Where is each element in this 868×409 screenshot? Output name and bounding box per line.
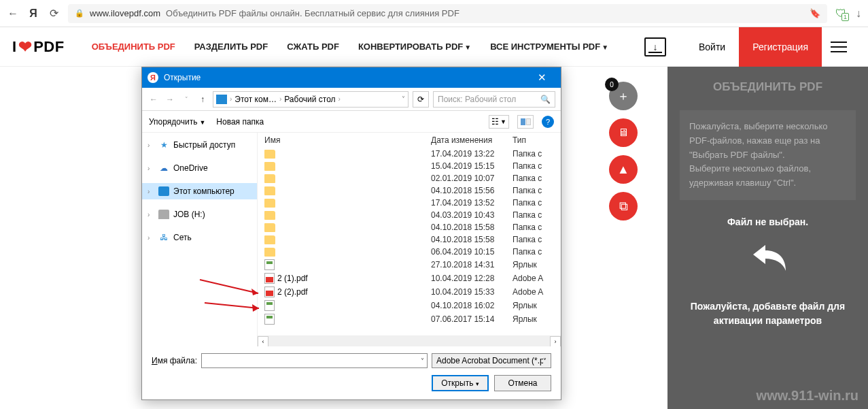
file-type: Adobe A bbox=[513, 274, 554, 283]
network-icon: 🖧 bbox=[158, 233, 169, 242]
yandex-icon[interactable]: Я bbox=[27, 7, 39, 20]
sidebar-this-pc[interactable]: ›Этот компьютер bbox=[142, 183, 257, 199]
help-icon[interactable]: ? bbox=[542, 116, 554, 128]
chevron-down-icon: ˅ bbox=[402, 95, 405, 103]
filename-input[interactable]: ˅ bbox=[201, 353, 428, 368]
file-date: 04.10.2018 16:02 bbox=[431, 301, 513, 310]
file-row[interactable]: 04.10.2018 15:58Папка с bbox=[258, 233, 561, 246]
file-row[interactable]: 27.10.2018 14:31Ярлык bbox=[258, 258, 561, 272]
site-logo[interactable]: I ❤ PDF bbox=[12, 37, 65, 56]
menu-icon[interactable] bbox=[822, 27, 856, 67]
file-date: 06.04.2019 10:15 bbox=[431, 247, 513, 257]
sidebar-quick-access[interactable]: ›★Быстрый доступ bbox=[142, 137, 257, 153]
folder-icon bbox=[264, 174, 275, 183]
register-button[interactable]: Регистрация bbox=[739, 27, 822, 67]
site-header: I ❤ PDF ОБЪЕДИНИТЬ PDF РАЗДЕЛИТЬ PDF СЖА… bbox=[0, 27, 868, 67]
cancel-button[interactable]: Отмена bbox=[494, 375, 551, 391]
heart-icon: ❤ bbox=[18, 37, 33, 56]
file-row[interactable]: 15.04.2019 15:15Папка с bbox=[258, 160, 561, 172]
file-type: Папка с bbox=[513, 223, 554, 232]
lock-icon: 🔒 bbox=[75, 9, 84, 18]
file-list-header[interactable]: Имя Дата изменения Тип bbox=[258, 133, 561, 148]
shield-icon[interactable]: 🛡1 bbox=[835, 7, 846, 20]
file-type: Папка с bbox=[513, 210, 554, 220]
nav-split[interactable]: РАЗДЕЛИТЬ PDF bbox=[194, 42, 268, 52]
folder-icon bbox=[264, 199, 275, 208]
file-row[interactable]: 2 (1).pdf10.04.2019 12:28Adobe A bbox=[258, 272, 561, 285]
file-date: 17.04.2019 13:22 bbox=[431, 149, 513, 159]
url-host: www.ilovepdf.com bbox=[90, 8, 160, 18]
nav-convert[interactable]: КОНВЕРТИРОВАТЬ PDF▼ bbox=[358, 42, 471, 52]
shortcut-icon bbox=[264, 300, 275, 311]
new-folder-button[interactable]: Новая папка bbox=[216, 117, 264, 127]
file-name: 2 (1).pdf bbox=[277, 274, 308, 283]
file-type: Ярлык bbox=[513, 301, 554, 310]
file-row[interactable]: 17.04.2019 13:52Папка с bbox=[258, 197, 561, 209]
pc-icon bbox=[216, 95, 227, 104]
file-row[interactable]: 02.01.2019 10:07Папка с bbox=[258, 172, 561, 184]
dialog-nav-row: ← → ˅ ↑ › Этот ком… › Рабочий стол › ˅ ⟳… bbox=[142, 88, 561, 111]
sidebar-network[interactable]: ›🖧Сеть bbox=[142, 229, 257, 246]
file-type: Adobe A bbox=[513, 287, 554, 297]
file-type: Ярлык bbox=[513, 260, 554, 269]
file-row[interactable]: 04.10.2018 15:56Папка с bbox=[258, 184, 561, 197]
file-type-filter[interactable]: Adobe Acrobat Document (*.p…˅ bbox=[432, 353, 551, 368]
nav-forward-icon[interactable]: → bbox=[164, 95, 176, 104]
folder-icon bbox=[264, 211, 275, 220]
dialog-title-bar: Я Открытие ✕ bbox=[142, 67, 561, 88]
file-row[interactable]: 06.04.2019 10:15Папка с bbox=[258, 246, 561, 258]
file-row[interactable]: 04.10.2018 15:58Папка с bbox=[258, 221, 561, 233]
dialog-search-input[interactable]: Поиск: Рабочий стол 🔍 bbox=[433, 91, 555, 108]
file-row[interactable]: 17.04.2019 13:22Папка с bbox=[258, 148, 561, 160]
horizontal-scrollbar[interactable]: ‹ › bbox=[258, 336, 561, 346]
bookmark-icon[interactable]: 🔖 bbox=[810, 8, 820, 18]
nav-compress[interactable]: СЖАТЬ PDF bbox=[287, 42, 339, 52]
computer-icon bbox=[158, 186, 169, 196]
file-date: 04.10.2018 15:56 bbox=[431, 186, 513, 195]
watermark: www.911-win.ru bbox=[757, 388, 858, 404]
file-type: Ярлык bbox=[513, 314, 554, 324]
pdf-icon bbox=[264, 273, 275, 284]
file-date: 15.04.2019 15:15 bbox=[431, 161, 513, 171]
login-button[interactable]: Войти bbox=[685, 27, 739, 67]
address-bar[interactable]: 🔒 www.ilovepdf.com Объединить PDF файлы … bbox=[68, 4, 827, 23]
google-drive-button[interactable]: ▲ bbox=[609, 155, 638, 184]
file-type: Папка с bbox=[513, 235, 554, 244]
search-icon: 🔍 bbox=[540, 95, 551, 104]
view-mode-button[interactable]: ☷▼ bbox=[489, 115, 509, 129]
sidebar-onedrive[interactable]: ›☁OneDrive bbox=[142, 160, 257, 176]
dropbox-button[interactable]: ⧉ bbox=[609, 192, 638, 220]
desktop-app-icon[interactable] bbox=[644, 37, 666, 56]
back-icon[interactable]: ← bbox=[7, 7, 19, 20]
folder-icon bbox=[264, 162, 275, 171]
upload-from-computer-button[interactable]: 🖥 bbox=[609, 118, 638, 147]
file-date: 04.03.2019 10:43 bbox=[431, 210, 513, 220]
sidebar-job-drive[interactable]: ›JOB (H:) bbox=[142, 206, 257, 223]
file-type: Папка с bbox=[513, 174, 554, 183]
file-date: 17.04.2019 13:52 bbox=[431, 198, 513, 208]
close-icon[interactable]: ✕ bbox=[528, 71, 555, 84]
file-count-badge: 0 bbox=[605, 78, 619, 91]
organize-button[interactable]: Упорядочить▼ bbox=[149, 117, 205, 127]
download-icon[interactable]: ↓ bbox=[856, 7, 861, 20]
preview-pane-button[interactable] bbox=[517, 115, 534, 129]
file-row[interactable]: 04.03.2019 10:43Папка с bbox=[258, 209, 561, 221]
file-row[interactable]: 2 (2).pdf10.04.2019 15:33Adobe A bbox=[258, 285, 561, 299]
add-file-button[interactable]: ＋0 bbox=[609, 82, 638, 110]
refresh-icon[interactable]: ⟳ bbox=[413, 91, 429, 108]
folder-icon bbox=[264, 248, 275, 257]
add-file-message: Пожалуйста, добавьте файл для активации … bbox=[680, 299, 856, 328]
nav-back-icon[interactable]: ← bbox=[147, 95, 160, 104]
nav-all-tools[interactable]: ВСЕ ИНСТРУМЕНТЫ PDF▼ bbox=[490, 42, 608, 52]
file-row[interactable]: 04.10.2018 16:02Ярлык bbox=[258, 299, 561, 312]
scroll-right-icon: › bbox=[550, 336, 561, 347]
reload-icon[interactable]: ⟳ bbox=[48, 7, 60, 20]
nav-dropdown-icon[interactable]: ˅ bbox=[180, 96, 192, 103]
file-row[interactable]: 07.06.2017 15:14Ярлык bbox=[258, 312, 561, 326]
breadcrumb[interactable]: › Этот ком… › Рабочий стол › ˅ bbox=[213, 91, 409, 108]
file-date: 27.10.2018 14:31 bbox=[431, 260, 513, 269]
nav-up-icon[interactable]: ↑ bbox=[196, 95, 209, 104]
folder-icon bbox=[264, 223, 275, 232]
open-button[interactable]: Открыть ▾ bbox=[432, 375, 489, 391]
nav-merge[interactable]: ОБЪЕДИНИТЬ PDF bbox=[92, 42, 175, 52]
